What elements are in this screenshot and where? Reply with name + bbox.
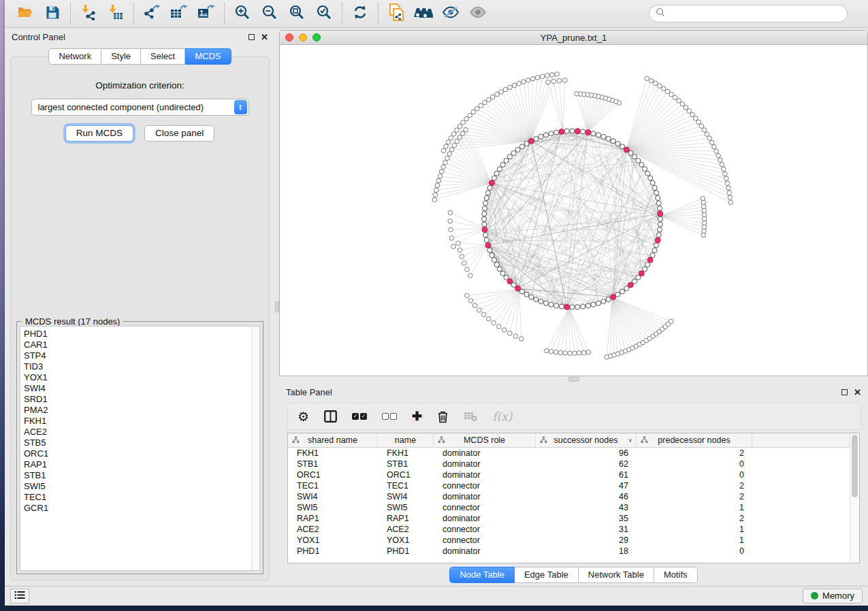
- graph-leaf-node[interactable]: [712, 144, 717, 149]
- graph-leaf-node[interactable]: [702, 216, 707, 221]
- graph-node[interactable]: [652, 185, 657, 190]
- mcds-result-item[interactable]: FKH1: [24, 416, 248, 427]
- select-all-icon[interactable]: ✓✓: [352, 413, 367, 420]
- mcds-result-item[interactable]: ACE2: [24, 427, 248, 437]
- network-window-titlebar[interactable]: YPA_prune.txt_1: [280, 31, 867, 45]
- graph-leaf-node[interactable]: [492, 320, 496, 325]
- table-row[interactable]: ORC1ORC1dominator610: [288, 469, 850, 480]
- graph-leaf-node[interactable]: [545, 348, 549, 353]
- graph-leaf-node[interactable]: [535, 76, 540, 80]
- graph-leaf-node[interactable]: [455, 128, 460, 133]
- cell[interactable]: SWI4: [378, 491, 434, 502]
- graph-leaf-node[interactable]: [512, 83, 517, 88]
- graph-leaf-node[interactable]: [477, 308, 482, 313]
- graph-leaf-node[interactable]: [645, 76, 649, 81]
- graph-node[interactable]: [656, 233, 661, 237]
- cell[interactable]: SWI4: [288, 491, 378, 502]
- graph-leaf-node[interactable]: [726, 186, 731, 191]
- graph-node[interactable]: [606, 297, 611, 301]
- cell[interactable]: 2: [637, 513, 752, 524]
- tab-edge-table[interactable]: Edge Table: [515, 567, 579, 583]
- graph-leaf-node[interactable]: [472, 303, 477, 308]
- cell[interactable]: RAP1: [378, 513, 434, 524]
- graph-node[interactable]: [642, 167, 647, 171]
- graph-leaf-node[interactable]: [449, 227, 453, 232]
- graph-leaf-node[interactable]: [540, 74, 545, 79]
- cell[interactable]: dominator: [434, 491, 536, 502]
- graph-node[interactable]: [636, 159, 641, 163]
- graph-node[interactable]: [650, 252, 655, 257]
- graph-leaf-node[interactable]: [435, 183, 440, 188]
- graph-leaf-node[interactable]: [508, 85, 513, 90]
- tab-network[interactable]: Network: [48, 48, 101, 65]
- graph-leaf-node[interactable]: [471, 110, 476, 114]
- tab-node-table[interactable]: Node Table: [449, 567, 515, 583]
- graph-leaf-node[interactable]: [464, 116, 469, 121]
- graph-node[interactable]: [645, 171, 650, 176]
- graph-node[interactable]: [485, 191, 490, 195]
- graph-leaf-node[interactable]: [433, 193, 438, 197]
- graph-mcds-node[interactable]: [658, 211, 663, 216]
- column-header-predecessor-nodes[interactable]: predecessor nodes: [637, 433, 752, 447]
- graph-node[interactable]: [642, 267, 647, 271]
- graph-leaf-node[interactable]: [557, 78, 562, 83]
- graph-leaf-node[interactable]: [555, 72, 560, 77]
- graph-node[interactable]: [570, 129, 575, 133]
- graph-leaf-node[interactable]: [702, 212, 707, 217]
- graph-leaf-node[interactable]: [441, 148, 446, 153]
- graph-leaf-node[interactable]: [545, 73, 550, 78]
- mcds-result-item[interactable]: SWI4: [24, 383, 248, 394]
- graph-node[interactable]: [549, 302, 553, 307]
- graph-leaf-node[interactable]: [449, 236, 454, 241]
- memory-button[interactable]: Memory: [803, 589, 863, 604]
- cell[interactable]: dominator: [434, 469, 536, 480]
- graph-node[interactable]: [487, 248, 492, 252]
- first-neighbors-button[interactable]: [410, 2, 437, 25]
- graph-leaf-node[interactable]: [502, 328, 507, 333]
- graph-node[interactable]: [511, 150, 516, 155]
- graph-leaf-node[interactable]: [468, 299, 473, 303]
- graph-node[interactable]: [539, 134, 543, 139]
- graph-node[interactable]: [482, 222, 487, 227]
- mcds-result-list[interactable]: PHD1CAR1STP4TID3YOX1SWI4SRD1PMA2FKH1ACE2…: [20, 326, 260, 571]
- graph-leaf-node[interactable]: [452, 143, 457, 148]
- graph-node[interactable]: [483, 233, 488, 237]
- graph-leaf-node[interactable]: [432, 197, 437, 202]
- graph-leaf-node[interactable]: [680, 102, 685, 107]
- graph-leaf-node[interactable]: [707, 136, 712, 141]
- graph-leaf-node[interactable]: [446, 140, 451, 145]
- graph-leaf-node[interactable]: [568, 351, 573, 356]
- mcds-result-item[interactable]: STP4: [24, 350, 248, 361]
- graph-node[interactable]: [515, 147, 520, 152]
- graph-leaf-node[interactable]: [465, 267, 470, 272]
- graph-leaf-node[interactable]: [714, 149, 719, 154]
- graph-leaf-node[interactable]: [487, 97, 492, 102]
- graph-node[interactable]: [645, 262, 650, 267]
- graph-mcds-node[interactable]: [611, 295, 616, 300]
- share-document-button[interactable]: [383, 2, 410, 25]
- graph-leaf-node[interactable]: [455, 139, 460, 144]
- graph-node[interactable]: [543, 301, 548, 306]
- graph-leaf-node[interactable]: [521, 80, 526, 84]
- column-header-successor-nodes[interactable]: successor nodes ∨: [536, 433, 637, 447]
- graph-leaf-node[interactable]: [558, 350, 563, 355]
- search-field[interactable]: [649, 5, 848, 22]
- mcds-result-item[interactable]: STB5: [24, 437, 248, 448]
- graph-leaf-node[interactable]: [551, 79, 556, 84]
- graph-mcds-node[interactable]: [647, 257, 653, 263]
- graph-leaf-node[interactable]: [701, 233, 706, 237]
- graph-leaf-node[interactable]: [702, 229, 707, 233]
- cell[interactable]: SWI5: [378, 502, 434, 513]
- cell[interactable]: SWI5: [288, 502, 378, 513]
- graph-leaf-node[interactable]: [701, 196, 705, 201]
- graph-node[interactable]: [492, 176, 496, 180]
- graph-leaf-node[interactable]: [465, 293, 470, 298]
- column-settings-icon[interactable]: ⚙: [298, 409, 309, 425]
- graph-node[interactable]: [596, 301, 600, 306]
- graph-leaf-node[interactable]: [464, 127, 468, 132]
- graph-mcds-node[interactable]: [575, 129, 580, 134]
- graph-leaf-node[interactable]: [702, 208, 707, 213]
- zoom-out-button[interactable]: [256, 2, 283, 25]
- graph-leaf-node[interactable]: [699, 124, 704, 129]
- table-scrollbar[interactable]: [850, 433, 859, 563]
